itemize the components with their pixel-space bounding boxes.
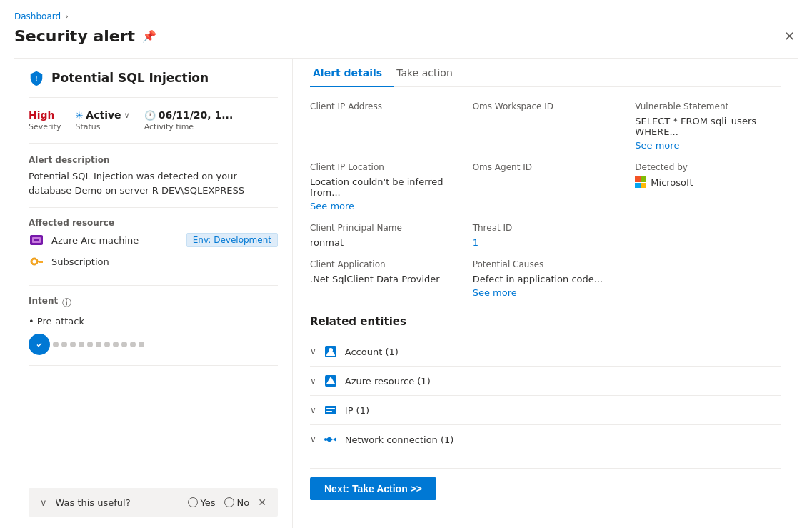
alert-title-row: ! Potential SQL Injection [29,70,278,98]
account-label: Account (1) [345,347,399,357]
severity-label: Severity [29,122,61,131]
page-title: Security alert [14,27,135,45]
next-action-button[interactable]: Next: Take Action >> [310,477,436,500]
client-principal-name: Client Principal Name ronmat [310,223,456,248]
svg-point-17 [324,438,327,441]
description-text: Potential SQL Injection was detected on … [29,169,278,197]
intent-dot-row [29,334,278,355]
related-ip[interactable]: ∨ IP (1) [310,395,781,424]
useful-text: Was this useful? [56,497,179,508]
subscription-row: Subscription [29,254,278,269]
svg-point-5 [33,260,36,264]
intent-active-icon [29,334,50,355]
causes-see-more[interactable]: See more [473,287,618,298]
oms-agent-id: Oms Agent ID [473,162,618,211]
page-header: Security alert 📌 ✕ [14,26,798,46]
location-see-more[interactable]: See more [310,201,456,211]
empty-col3 [635,223,781,248]
status-value: Active [86,109,121,121]
dot-3 [70,342,76,347]
description-section: Alert description Potential SQL Injectio… [29,155,278,208]
pin-icon[interactable]: 📌 [142,29,156,43]
intent-value: • Pre-attack [29,316,278,327]
related-azure-resource[interactable]: ∨ Azure resource (1) [310,366,781,395]
severity-item: High Severity [29,109,61,131]
alert-title: Potential SQL Injection [51,71,209,85]
tab-take-action[interactable]: Take action [394,59,464,87]
dot-10 [130,342,136,347]
description-label: Alert description [29,155,278,165]
no-radio[interactable]: No [224,497,250,508]
subscription-label: Subscription [51,256,278,267]
threat-id: Threat ID 1 [473,223,618,248]
info-icon[interactable]: ⓘ [62,297,71,309]
status-label: Status [75,122,129,131]
dot-2 [61,342,67,347]
ip-chevron: ∨ [310,405,316,415]
close-button[interactable]: ✕ [781,26,798,46]
related-title: Related entities [310,315,781,328]
dot-6 [96,342,101,347]
useful-chevron[interactable]: ∨ [40,497,47,508]
client-application: Client Application .Net SqlClient Data P… [310,259,456,298]
vulnerable-statement: Vulnerable Statement SELECT * FROM sqli_… [635,101,781,151]
yes-radio-circle [188,497,198,507]
intent-label: Intent [29,296,58,306]
microsoft-logo: Microsoft [635,176,781,188]
breadcrumb: Dashboard › [14,11,798,21]
affected-label: Affected resource [29,218,278,228]
breadcrumb-separator: › [65,11,69,21]
useful-close-button[interactable]: ✕ [258,497,266,508]
dot-9 [121,342,127,347]
activity-label: Activity time [144,122,234,131]
dot-11 [139,342,144,347]
dot-5 [87,342,93,347]
tabs-row: Alert details Take action [310,59,781,87]
shield-icon: ! [29,70,44,86]
dot-8 [113,342,119,347]
dot-4 [79,342,84,347]
details-grid: Client IP Address Oms Workspace ID Vulne… [310,101,781,298]
meta-row: High Severity ✳ Active ∨ Status 🕐 06/11/… [29,109,278,144]
status-dropdown[interactable]: ∨ [124,111,130,120]
main-content: ! Potential SQL Injection High Severity … [14,58,798,528]
tab-alert-details[interactable]: Alert details [310,59,394,87]
no-radio-circle [224,497,234,507]
no-label: No [237,497,250,508]
intent-section: Intent ⓘ • Pre-attack [29,296,278,366]
network-chevron: ∨ [310,434,316,444]
ip-icon [324,403,338,417]
network-label: Network connection (1) [345,434,454,445]
yes-label: Yes [201,497,216,508]
dot-7 [104,342,110,347]
left-panel: ! Potential SQL Injection High Severity … [14,59,293,528]
account-chevron: ∨ [310,347,316,357]
related-network[interactable]: ∨ Network connection (1) [310,424,781,454]
azure-resource-chevron: ∨ [310,376,316,386]
subscription-icon [29,254,44,269]
ip-label: IP (1) [345,405,369,416]
resource-row: Azure Arc machine Env: Development [29,232,278,248]
svg-point-9 [35,340,44,349]
severity-value: High [29,109,61,121]
dot-1 [53,342,59,347]
potential-causes: Potential Causes Defect in application c… [473,259,618,298]
activity-item: 🕐 06/11/20, 1... Activity time [144,109,234,131]
svg-rect-14 [325,406,336,414]
resource-name: Azure Arc machine [51,235,179,246]
account-icon [324,344,338,359]
azure-resource-label: Azure resource (1) [345,376,431,387]
svg-rect-3 [34,239,39,241]
activity-value: 06/11/20, 1... [159,109,234,121]
ms-grid-icon [635,176,646,188]
azure-resource-icon [324,374,338,388]
vulnerable-see-more[interactable]: See more [635,140,781,151]
status-item: ✳ Active ∨ Status [75,109,129,131]
related-account[interactable]: ∨ Account (1) [310,337,781,366]
breadcrumb-home[interactable]: Dashboard [14,11,61,21]
svg-text:!: ! [35,75,38,82]
right-panel: Alert details Take action Client IP Addr… [293,59,798,528]
svg-rect-16 [326,411,332,412]
active-spin-icon: ✳ [75,110,83,121]
yes-radio[interactable]: Yes [188,497,216,508]
